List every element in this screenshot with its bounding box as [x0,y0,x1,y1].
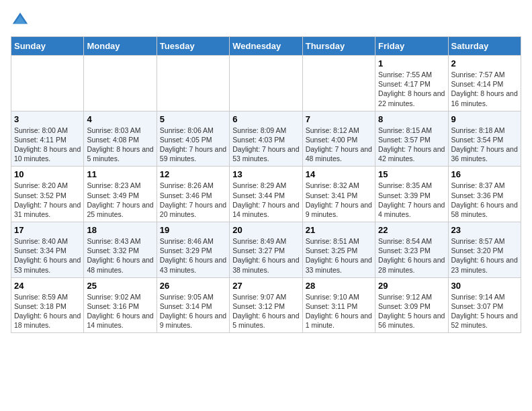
day-info: Sunrise: 8:54 AM Sunset: 3:23 PM Dayligh… [378,236,445,275]
calendar-cell: 4Sunrise: 8:03 AM Sunset: 4:08 PM Daylig… [84,111,157,167]
calendar-cell: 15Sunrise: 8:35 AM Sunset: 3:39 PM Dayli… [375,167,448,222]
calendar-cell: 18Sunrise: 8:43 AM Sunset: 3:32 PM Dayli… [84,222,157,278]
day-number: 21 [306,225,372,235]
calendar-cell: 25Sunrise: 9:02 AM Sunset: 3:16 PM Dayli… [84,277,157,333]
day-number: 25 [87,281,153,291]
calendar-cell: 19Sunrise: 8:46 AM Sunset: 3:29 PM Dayli… [157,222,229,278]
day-info: Sunrise: 8:20 AM Sunset: 3:52 PM Dayligh… [14,181,81,219]
calendar-cell: 26Sunrise: 9:05 AM Sunset: 3:14 PM Dayli… [157,277,229,333]
day-info: Sunrise: 8:49 AM Sunset: 3:27 PM Dayligh… [232,236,299,275]
day-number: 2 [451,58,518,68]
day-info: Sunrise: 9:10 AM Sunset: 3:11 PM Dayligh… [306,292,372,330]
calendar-cell: 30Sunrise: 9:14 AM Sunset: 3:07 PM Dayli… [448,277,521,333]
day-number: 5 [160,114,226,124]
day-info: Sunrise: 8:46 AM Sunset: 3:29 PM Dayligh… [160,236,226,275]
calendar-cell: 27Sunrise: 9:07 AM Sunset: 3:12 PM Dayli… [230,277,302,333]
day-info: Sunrise: 8:32 AM Sunset: 3:41 PM Dayligh… [306,181,372,219]
day-info: Sunrise: 7:57 AM Sunset: 4:14 PM Dayligh… [451,70,518,108]
calendar-cell: 14Sunrise: 8:32 AM Sunset: 3:41 PM Dayli… [302,167,375,222]
day-info: Sunrise: 8:15 AM Sunset: 3:57 PM Dayligh… [378,126,445,164]
day-info: Sunrise: 8:09 AM Sunset: 4:03 PM Dayligh… [232,126,299,164]
calendar-cell: 20Sunrise: 8:49 AM Sunset: 3:27 PM Dayli… [230,222,302,278]
calendar-cell: 13Sunrise: 8:29 AM Sunset: 3:44 PM Dayli… [230,167,302,222]
day-number: 24 [14,281,81,291]
day-number: 8 [378,114,445,124]
day-info: Sunrise: 8:43 AM Sunset: 3:32 PM Dayligh… [87,236,153,275]
day-info: Sunrise: 8:06 AM Sunset: 4:05 PM Dayligh… [160,126,226,164]
day-info: Sunrise: 8:51 AM Sunset: 3:25 PM Dayligh… [306,236,372,275]
day-info: Sunrise: 9:14 AM Sunset: 3:07 PM Dayligh… [451,292,518,330]
calendar-cell: 8Sunrise: 8:15 AM Sunset: 3:57 PM Daylig… [375,111,448,167]
weekday-header: Sunday [11,37,84,56]
day-number: 29 [378,281,445,291]
calendar-week-row: 1Sunrise: 7:55 AM Sunset: 4:17 PM Daylig… [11,56,521,111]
day-number: 1 [378,58,445,68]
day-number: 23 [451,225,518,235]
calendar-cell: 22Sunrise: 8:54 AM Sunset: 3:23 PM Dayli… [375,222,448,278]
calendar-cell [230,56,302,111]
calendar-cell: 6Sunrise: 8:09 AM Sunset: 4:03 PM Daylig… [230,111,302,167]
calendar-cell: 7Sunrise: 8:12 AM Sunset: 4:00 PM Daylig… [302,111,375,167]
day-number: 7 [306,114,372,124]
day-number: 30 [451,281,518,291]
calendar-cell: 11Sunrise: 8:23 AM Sunset: 3:49 PM Dayli… [84,167,157,222]
weekday-header: Tuesday [157,37,229,56]
day-info: Sunrise: 8:35 AM Sunset: 3:39 PM Dayligh… [378,181,445,219]
calendar-cell: 16Sunrise: 8:37 AM Sunset: 3:36 PM Dayli… [448,167,521,222]
weekday-header: Wednesday [230,37,302,56]
day-number: 4 [87,114,153,124]
calendar-week-row: 24Sunrise: 8:59 AM Sunset: 3:18 PM Dayli… [11,277,521,333]
logo [11,11,32,30]
day-number: 15 [378,169,445,179]
day-number: 11 [87,169,153,179]
calendar-cell: 9Sunrise: 8:18 AM Sunset: 3:54 PM Daylig… [448,111,521,167]
calendar-week-row: 10Sunrise: 8:20 AM Sunset: 3:52 PM Dayli… [11,167,521,222]
day-number: 22 [378,225,445,235]
page-header [11,11,521,30]
day-number: 3 [14,114,81,124]
day-info: Sunrise: 7:55 AM Sunset: 4:17 PM Dayligh… [378,70,445,108]
calendar-cell: 28Sunrise: 9:10 AM Sunset: 3:11 PM Dayli… [302,277,375,333]
day-number: 27 [232,281,299,291]
calendar-cell: 23Sunrise: 8:57 AM Sunset: 3:20 PM Dayli… [448,222,521,278]
calendar-week-row: 3Sunrise: 8:00 AM Sunset: 4:11 PM Daylig… [11,111,521,167]
calendar-cell: 5Sunrise: 8:06 AM Sunset: 4:05 PM Daylig… [157,111,229,167]
weekday-header: Monday [84,37,157,56]
day-info: Sunrise: 8:40 AM Sunset: 3:34 PM Dayligh… [14,236,81,275]
weekday-header: Saturday [448,37,521,56]
day-info: Sunrise: 8:12 AM Sunset: 4:00 PM Dayligh… [306,126,372,164]
calendar-cell: 24Sunrise: 8:59 AM Sunset: 3:18 PM Dayli… [11,277,84,333]
day-number: 10 [14,169,81,179]
day-number: 13 [232,169,299,179]
day-info: Sunrise: 8:59 AM Sunset: 3:18 PM Dayligh… [14,292,81,330]
day-info: Sunrise: 8:29 AM Sunset: 3:44 PM Dayligh… [232,181,299,219]
day-info: Sunrise: 8:23 AM Sunset: 3:49 PM Dayligh… [87,181,153,219]
calendar-cell: 2Sunrise: 7:57 AM Sunset: 4:14 PM Daylig… [448,56,521,111]
day-number: 16 [451,169,518,179]
day-number: 26 [160,281,226,291]
day-info: Sunrise: 9:07 AM Sunset: 3:12 PM Dayligh… [232,292,299,330]
calendar-cell: 29Sunrise: 9:12 AM Sunset: 3:09 PM Dayli… [375,277,448,333]
calendar-cell: 1Sunrise: 7:55 AM Sunset: 4:17 PM Daylig… [375,56,448,111]
day-info: Sunrise: 9:12 AM Sunset: 3:09 PM Dayligh… [378,292,445,330]
day-info: Sunrise: 8:03 AM Sunset: 4:08 PM Dayligh… [87,126,153,164]
day-info: Sunrise: 8:26 AM Sunset: 3:46 PM Dayligh… [160,181,226,219]
day-info: Sunrise: 9:05 AM Sunset: 3:14 PM Dayligh… [160,292,226,330]
day-number: 9 [451,114,518,124]
weekday-header: Thursday [302,37,375,56]
day-number: 20 [232,225,299,235]
calendar-cell [84,56,157,111]
weekday-header: Friday [375,37,448,56]
calendar-cell: 3Sunrise: 8:00 AM Sunset: 4:11 PM Daylig… [11,111,84,167]
calendar-cell: 10Sunrise: 8:20 AM Sunset: 3:52 PM Dayli… [11,167,84,222]
day-info: Sunrise: 8:18 AM Sunset: 3:54 PM Dayligh… [451,126,518,164]
calendar-table: SundayMondayTuesdayWednesdayThursdayFrid… [11,36,521,333]
day-info: Sunrise: 8:57 AM Sunset: 3:20 PM Dayligh… [451,236,518,275]
day-info: Sunrise: 9:02 AM Sunset: 3:16 PM Dayligh… [87,292,153,330]
calendar-header-row: SundayMondayTuesdayWednesdayThursdayFrid… [11,37,521,56]
calendar-cell [11,56,84,111]
day-number: 28 [306,281,372,291]
day-info: Sunrise: 8:37 AM Sunset: 3:36 PM Dayligh… [451,181,518,219]
calendar-week-row: 17Sunrise: 8:40 AM Sunset: 3:34 PM Dayli… [11,222,521,278]
day-number: 19 [160,225,226,235]
